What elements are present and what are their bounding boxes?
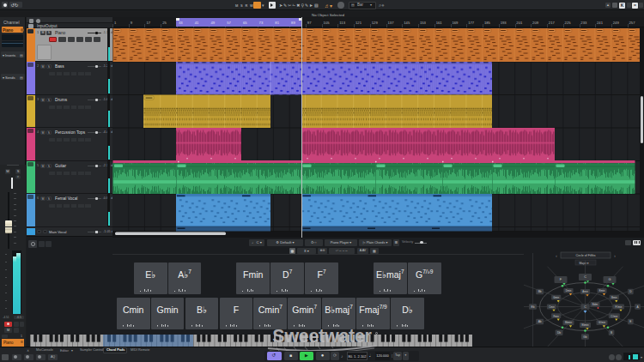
svg-text:Dmin: Dmin xyxy=(566,289,572,293)
svg-text:Major ▾: Major ▾ xyxy=(579,262,588,265)
svg-text:G: G xyxy=(609,278,611,281)
svg-text:Eb: Eb xyxy=(532,305,535,309)
svg-text:Fmin: Fmin xyxy=(554,315,560,318)
svg-text:Gmin: Gmin xyxy=(553,296,559,299)
svg-text:Bbmin: Bbmin xyxy=(565,321,572,324)
svg-text:Bmin: Bmin xyxy=(611,296,617,299)
svg-text:Cmin: Cmin xyxy=(549,305,555,309)
svg-text:F#min: F#min xyxy=(616,305,623,309)
svg-text:C: C xyxy=(584,275,586,279)
svg-text:Ab: Ab xyxy=(538,320,542,323)
svg-text:Bb: Bb xyxy=(538,290,542,293)
svg-text:C#min: C#min xyxy=(611,315,618,318)
svg-text:Bdim: Bdim xyxy=(592,303,598,306)
svg-text:G#min: G#min xyxy=(598,321,606,324)
svg-text:Circle of Fifths: Circle of Fifths xyxy=(576,254,596,257)
svg-text:E: E xyxy=(629,320,631,323)
svg-text:C: C xyxy=(584,305,586,309)
svg-text:Amin: Amin xyxy=(582,290,588,293)
svg-text:Emin: Emin xyxy=(599,289,605,293)
